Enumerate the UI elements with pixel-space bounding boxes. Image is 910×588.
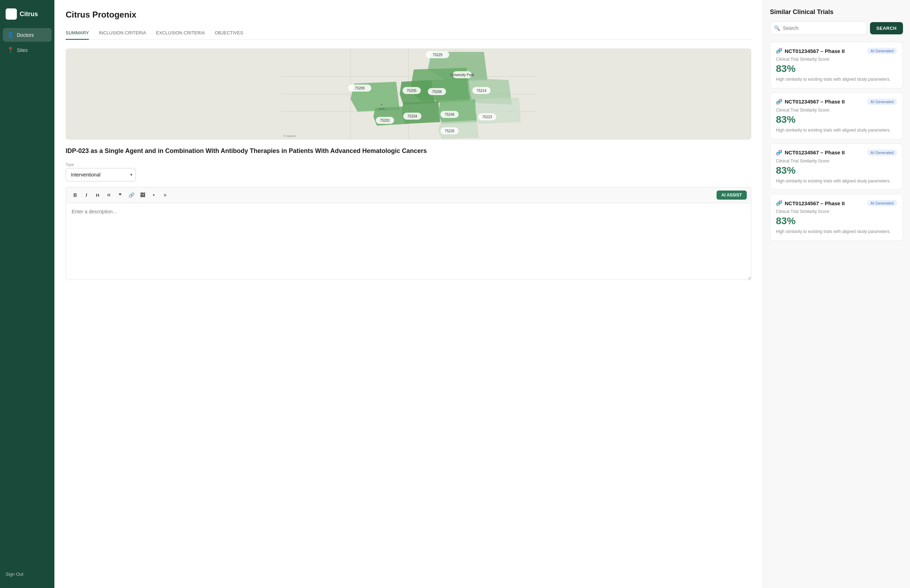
trial-card-header: 🧬 NCT01234567 – Phase II AI Generated	[776, 149, 897, 156]
bullet-list-button[interactable]: •	[149, 190, 159, 200]
trial-card-header: 🧬 NCT01234567 – Phase II AI Generated	[776, 200, 897, 206]
ordered-list-button[interactable]: ≡	[160, 190, 170, 200]
heading1-button[interactable]: H	[93, 190, 102, 200]
trial-id: 🧬 NCT01234567 – Phase II	[776, 99, 845, 105]
search-icon: 🔍	[774, 25, 780, 31]
ai-assist-button[interactable]: AI ASSIST	[717, 191, 747, 200]
trial-cards-list: 🧬 NCT01234567 – Phase II AI Generated Cl…	[770, 42, 903, 241]
trial-id: 🧬 NCT01234567 – Phase II	[776, 48, 845, 54]
trial-score-label: Clinical Trial Similarity Score:	[776, 57, 897, 62]
trial-card: 🧬 NCT01234567 – Phase II AI Generated Cl…	[770, 93, 903, 139]
page-title: Citrus Protogenix	[66, 10, 751, 19]
svg-text:75223: 75223	[483, 115, 492, 119]
svg-text:✈: ✈	[381, 103, 383, 106]
tab-summary[interactable]: SUMMARY	[66, 27, 89, 40]
map-container: DAL ✈ 75225 75209 University Park 75205 …	[66, 48, 751, 140]
sidebar: ✳ Citrus 👤 Doctors 📍 Sites Sign Out	[0, 0, 54, 588]
trial-score: 83%	[776, 63, 897, 74]
trial-icon: 🧬	[776, 200, 782, 206]
svg-text:75206: 75206	[432, 90, 442, 94]
trial-description: High similarity to existing trials with …	[776, 128, 897, 133]
trial-description: High similarity to existing trials with …	[776, 178, 897, 184]
sidebar-logo: ✳ Citrus	[0, 6, 54, 28]
doctors-icon: 👤	[7, 32, 14, 38]
trial-score: 83%	[776, 114, 897, 125]
ai-generated-badge: AI Generated	[867, 149, 897, 156]
trial-description: High similarity to existing trials with …	[776, 229, 897, 235]
ai-generated-badge: AI Generated	[867, 99, 897, 105]
trial-description: High similarity to existing trials with …	[776, 76, 897, 82]
trial-id: 🧬 NCT01234567 – Phase II	[776, 149, 845, 156]
tab-bar: SUMMARY INCLUSION CRITERIA EXCLUSION CRI…	[66, 27, 751, 40]
trial-card: 🧬 NCT01234567 – Phase II AI Generated Cl…	[770, 144, 903, 190]
type-field-group: Type Interventional Observational Expand…	[66, 162, 751, 181]
sidebar-item-label: Sites	[17, 47, 28, 53]
svg-text:DAL: DAL	[379, 107, 385, 110]
sidebar-item-label: Doctors	[17, 32, 34, 38]
tab-exclusion-criteria[interactable]: EXCLUSION CRITERIA	[156, 27, 205, 40]
description-textarea[interactable]	[66, 203, 751, 280]
svg-text:75226: 75226	[445, 129, 455, 133]
trial-score: 83%	[776, 215, 897, 227]
svg-text:75204: 75204	[408, 115, 418, 118]
editor-toolbar: B I H H ❝ 🔗 🖼 • ≡ AI ASSIST	[66, 187, 751, 203]
bold-button[interactable]: B	[70, 190, 80, 200]
trial-icon: 🧬	[776, 48, 782, 54]
search-bar: 🔍 SEARCH	[770, 21, 903, 35]
heading2-button[interactable]: H	[104, 190, 114, 200]
main-content: Citrus Protogenix SUMMARY INCLUSION CRIT…	[54, 0, 910, 588]
svg-text:75214: 75214	[477, 89, 487, 93]
svg-text:75209: 75209	[355, 86, 365, 90]
sites-icon: 📍	[7, 47, 14, 53]
trial-icon: 🧬	[776, 149, 782, 156]
logo-icon: ✳	[6, 8, 17, 19]
svg-text:75225: 75225	[433, 53, 443, 57]
trial-id: 🧬 NCT01234567 – Phase II	[776, 200, 845, 206]
sidebar-item-doctors[interactable]: 👤 Doctors	[3, 28, 52, 42]
trial-score-label: Clinical Trial Similarity Score:	[776, 158, 897, 163]
svg-text:University Park: University Park	[450, 73, 474, 77]
right-panel: Similar Clinical Trials 🔍 SEARCH 🧬 NCT01…	[763, 0, 910, 588]
panel-title: Similar Clinical Trials	[770, 8, 903, 16]
study-title: IDP-023 as a Single Agent and in Combina…	[66, 147, 751, 155]
center-panel: Citrus Protogenix SUMMARY INCLUSION CRIT…	[54, 0, 763, 588]
trial-icon: 🧬	[776, 99, 782, 105]
search-input[interactable]	[770, 21, 867, 35]
sidebar-item-sites[interactable]: 📍 Sites	[3, 43, 52, 57]
italic-button[interactable]: I	[81, 190, 91, 200]
sign-out-button[interactable]: Sign Out	[0, 566, 54, 582]
svg-text:75246: 75246	[445, 113, 455, 116]
trial-card-header: 🧬 NCT01234567 – Phase II AI Generated	[776, 99, 897, 105]
editor-container: B I H H ❝ 🔗 🖼 • ≡ AI ASSIST	[66, 187, 751, 281]
svg-text:© mapbox: © mapbox	[283, 134, 296, 137]
tab-inclusion-criteria[interactable]: INCLUSION CRITERIA	[99, 27, 146, 40]
type-select-wrapper[interactable]: Interventional Observational Expanded Ac…	[66, 168, 136, 181]
search-button[interactable]: SEARCH	[870, 22, 903, 34]
trial-score-label: Clinical Trial Similarity Score:	[776, 108, 897, 113]
blockquote-button[interactable]: ❝	[115, 190, 125, 200]
logo-text: Citrus	[19, 11, 38, 18]
search-input-wrapper: 🔍	[770, 21, 867, 35]
svg-text:75201: 75201	[380, 119, 390, 123]
type-select[interactable]: Interventional Observational Expanded Ac…	[66, 168, 136, 181]
sidebar-nav: 👤 Doctors 📍 Sites	[0, 28, 54, 566]
tab-objectives[interactable]: OBJECTIVES	[215, 27, 243, 40]
trial-card: 🧬 NCT01234567 – Phase II AI Generated Cl…	[770, 194, 903, 241]
trial-card: 🧬 NCT01234567 – Phase II AI Generated Cl…	[770, 42, 903, 89]
ai-generated-badge: AI Generated	[867, 200, 897, 206]
type-label: Type	[66, 162, 751, 166]
image-button[interactable]: 🖼	[138, 190, 147, 200]
trial-score-label: Clinical Trial Similarity Score:	[776, 209, 897, 214]
ai-generated-badge: AI Generated	[867, 48, 897, 54]
trial-score: 83%	[776, 165, 897, 176]
svg-text:75205: 75205	[407, 89, 417, 93]
link-button[interactable]: 🔗	[126, 190, 136, 200]
trial-card-header: 🧬 NCT01234567 – Phase II AI Generated	[776, 48, 897, 54]
